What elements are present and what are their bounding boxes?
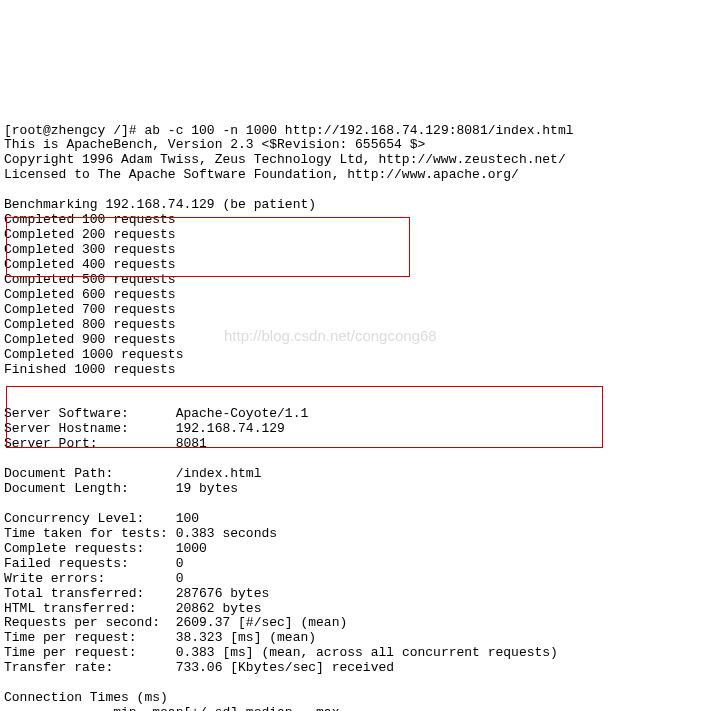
progress-line: Completed 1000 requests <box>4 347 183 362</box>
failed-value: 0 <box>176 556 184 571</box>
progress-line: Completed 700 requests <box>4 302 176 317</box>
tpr1-value: 38.323 [ms] (mean) <box>176 630 316 645</box>
progress-line: Completed 600 requests <box>4 287 176 302</box>
server-port-label: Server Port: <box>4 436 98 451</box>
document-length-label: Document Length: <box>4 481 129 496</box>
progress-line: Completed 300 requests <box>4 242 176 257</box>
document-length-value: 19 bytes <box>176 481 238 496</box>
tpr1-label: Time per request: <box>4 630 137 645</box>
progress-line: Completed 900 requests <box>4 332 176 347</box>
ab-header-line1: This is ApacheBench, Version 2.3 <$Revis… <box>4 137 425 152</box>
conn-times-header: min mean[+/-sd] median max <box>4 705 339 711</box>
ab-header-line2: Copyright 1996 Adam Twiss, Zeus Technolo… <box>4 152 566 167</box>
complete-label: Complete requests: <box>4 541 144 556</box>
tpr2-label: Time per request: <box>4 645 137 660</box>
server-port-value: 8081 <box>176 436 207 451</box>
html-trans-value: 20862 bytes <box>176 601 262 616</box>
complete-value: 1000 <box>176 541 207 556</box>
server-software-label: Server Software: <box>4 406 129 421</box>
total-trans-value: 287676 bytes <box>176 586 270 601</box>
server-hostname-label: Server Hostname: <box>4 421 129 436</box>
transfer-label: Transfer rate: <box>4 660 113 675</box>
time-taken-value: 0.383 seconds <box>176 526 277 541</box>
write-errors-label: Write errors: <box>4 571 105 586</box>
html-trans-label: HTML transferred: <box>4 601 137 616</box>
rps-label: Requests per second: <box>4 615 160 630</box>
ab-header-line3: Licensed to The Apache Software Foundati… <box>4 167 519 182</box>
progress-line: Completed 500 requests <box>4 272 176 287</box>
conn-times-title: Connection Times (ms) <box>4 690 168 705</box>
watermark: http://blog.csdn.net/congcong68 <box>224 327 437 344</box>
concurrency-value: 100 <box>176 511 199 526</box>
progress-line: Completed 800 requests <box>4 317 176 332</box>
write-errors-value: 0 <box>176 571 184 586</box>
rps-value: 2609.37 [#/sec] (mean) <box>176 615 348 630</box>
progress-line: Completed 200 requests <box>4 227 176 242</box>
shell-prompt: [root@zhengcy /]# <box>4 123 144 138</box>
server-software-value: Apache-Coyote/1.1 <box>176 406 309 421</box>
progress-line: Completed 400 requests <box>4 257 176 272</box>
transfer-value: 733.06 [Kbytes/sec] received <box>176 660 394 675</box>
command-input[interactable]: ab -c 100 -n 1000 http://192.168.74.129:… <box>144 123 573 138</box>
document-path-label: Document Path: <box>4 466 113 481</box>
concurrency-label: Concurrency Level: <box>4 511 144 526</box>
tpr2-value: 0.383 [ms] (mean, across all concurrent … <box>176 645 558 660</box>
time-taken-label: Time taken for tests: <box>4 526 168 541</box>
document-path-value: /index.html <box>176 466 262 481</box>
failed-label: Failed requests: <box>4 556 129 571</box>
progress-line: Completed 100 requests <box>4 212 176 227</box>
total-trans-label: Total transferred: <box>4 586 144 601</box>
server-hostname-value: 192.168.74.129 <box>176 421 285 436</box>
benchmarking-line: Benchmarking 192.168.74.129 (be patient) <box>4 197 316 212</box>
progress-line: Finished 1000 requests <box>4 362 176 377</box>
